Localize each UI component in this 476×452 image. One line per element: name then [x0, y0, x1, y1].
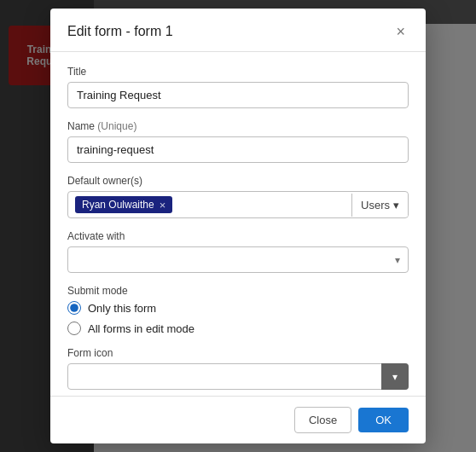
users-btn-label: Users: [361, 199, 390, 212]
radio-label-all-forms: All forms in edit mode: [88, 322, 194, 335]
owner-tag-remove[interactable]: ×: [160, 200, 166, 211]
icon-select-wrapper: ▾: [67, 363, 409, 390]
owner-field: Ryan Oulwaithe × Users ▾: [67, 191, 409, 218]
users-dropdown-button[interactable]: Users ▾: [351, 194, 408, 217]
submit-mode-label: Submit mode: [67, 285, 409, 297]
owner-tag-name: Ryan Oulwaithe: [82, 199, 154, 211]
ok-button[interactable]: OK: [358, 408, 409, 432]
radio-label-this-form: Only this form: [88, 302, 156, 315]
activate-select[interactable]: [67, 246, 409, 273]
modal-header: Edit form - form 1 ×: [50, 9, 426, 52]
modal-body: Title Name (Unique) Default owner(s) Rya…: [50, 52, 426, 396]
name-label: Name (Unique): [67, 120, 409, 132]
name-input[interactable]: [67, 136, 409, 163]
name-label-sub: (Unique): [97, 120, 136, 132]
users-chevron-icon: ▾: [393, 199, 399, 212]
form-icon-group: Form icon ▾: [67, 347, 409, 390]
modal-overlay: Edit form - form 1 × Title Name (Unique)…: [0, 0, 476, 452]
activate-with-label: Activate with: [67, 230, 409, 242]
title-group: Title: [67, 66, 409, 108]
name-group: Name (Unique): [67, 120, 409, 163]
radio-all-forms[interactable]: [67, 322, 81, 335]
owner-tag: Ryan Oulwaithe ×: [75, 196, 172, 213]
default-owner-label: Default owner(s): [67, 175, 409, 187]
form-icon-select[interactable]: [67, 363, 409, 390]
form-icon-label: Form icon: [67, 347, 409, 359]
title-label: Title: [67, 66, 409, 78]
edit-form-modal: Edit form - form 1 × Title Name (Unique)…: [50, 9, 426, 443]
submit-mode-group: Submit mode Only this form All forms in …: [67, 285, 409, 335]
modal-close-button[interactable]: ×: [392, 22, 409, 41]
default-owner-group: Default owner(s) Ryan Oulwaithe × Users …: [67, 175, 409, 218]
radio-group: Only this form All forms in edit mode: [67, 301, 409, 335]
activate-select-wrapper: ▾: [67, 246, 409, 273]
modal-title: Edit form - form 1: [67, 24, 173, 39]
radio-option-all-forms[interactable]: All forms in edit mode: [67, 322, 409, 335]
radio-option-this-form[interactable]: Only this form: [67, 301, 409, 315]
modal-footer: Close OK: [50, 396, 426, 443]
owner-tags: Ryan Oulwaithe ×: [68, 192, 351, 217]
close-button[interactable]: Close: [294, 407, 351, 433]
activate-with-group: Activate with ▾: [67, 230, 409, 273]
radio-this-form[interactable]: [67, 301, 81, 315]
title-input[interactable]: [67, 82, 409, 108]
